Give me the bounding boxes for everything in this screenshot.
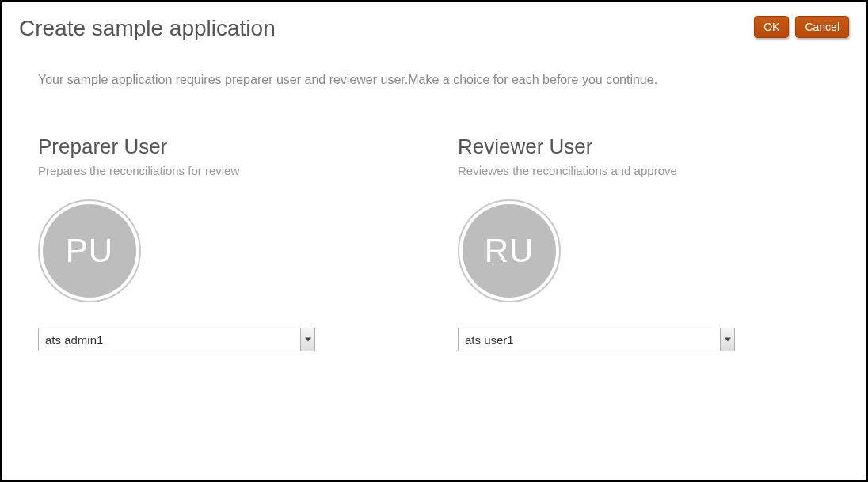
instruction-text: Your sample application requires prepare… (38, 73, 849, 87)
preparer-select-wrap: ats admin1 (38, 328, 315, 351)
user-columns: Preparer User Prepares the reconciliatio… (38, 135, 849, 351)
reviewer-select[interactable]: ats user1 (458, 328, 735, 351)
reviewer-description: Reviewes the reconciliations and approve (458, 164, 798, 177)
preparer-avatar-initials: PU (43, 204, 136, 298)
preparer-column: Preparer User Prepares the reconciliatio… (38, 135, 379, 351)
create-sample-application-dialog: Create sample application OK Cancel Your… (0, 0, 868, 482)
ok-button[interactable]: OK (754, 16, 789, 38)
reviewer-column: Reviewer User Reviewes the reconciliatio… (458, 135, 798, 351)
reviewer-select-wrap: ats user1 (458, 328, 735, 351)
preparer-description: Prepares the reconciliations for review (38, 164, 379, 177)
preparer-select[interactable]: ats admin1 (38, 328, 315, 351)
page-title: Create sample application (19, 16, 276, 41)
button-row: OK Cancel (754, 16, 849, 38)
reviewer-avatar-initials: RU (463, 204, 556, 298)
reviewer-avatar: RU (458, 199, 561, 302)
dialog-header: Create sample application OK Cancel (19, 16, 849, 41)
preparer-title: Preparer User (38, 135, 379, 159)
cancel-button[interactable]: Cancel (795, 16, 849, 38)
preparer-avatar: PU (38, 199, 141, 302)
reviewer-title: Reviewer User (458, 135, 798, 159)
